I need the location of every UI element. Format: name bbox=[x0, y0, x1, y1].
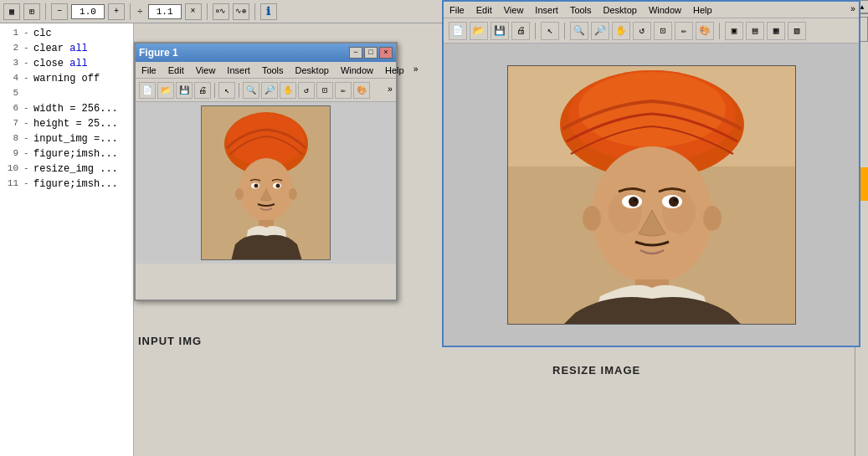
figure2-portrait bbox=[507, 65, 796, 325]
fig1-tb-rotate[interactable]: ↺ bbox=[298, 82, 315, 99]
code-line-1: 1 - clc bbox=[0, 27, 133, 42]
code-panel: 1 - clc 2 - clear all 3 - close all 4 - … bbox=[0, 23, 134, 456]
figure2-menu-file[interactable]: File bbox=[447, 4, 467, 16]
figure1-title: Figure 1 bbox=[139, 47, 178, 59]
figure1-maximize-button[interactable]: □ bbox=[364, 47, 378, 59]
figure1-portrait bbox=[201, 105, 331, 260]
toolbar-icon-2[interactable]: ⊞ bbox=[23, 3, 40, 20]
fig1-tb-new[interactable]: 📄 bbox=[139, 82, 156, 99]
fig1-tb-brush[interactable]: ✏ bbox=[335, 82, 352, 99]
fig2-tb-layout2[interactable]: ▤ bbox=[746, 22, 764, 40]
svg-point-22 bbox=[669, 197, 679, 207]
figure1-minimize-button[interactable]: − bbox=[349, 47, 362, 59]
toolbar-value2[interactable]: 1.1 bbox=[148, 4, 182, 19]
fig2-tb-open[interactable]: 📂 bbox=[470, 22, 488, 40]
figure1-menu-expand[interactable]: » bbox=[413, 65, 419, 74]
fig2-tb-datac[interactable]: ⊡ bbox=[654, 22, 672, 40]
figure2-menu-expand[interactable]: » bbox=[850, 5, 855, 14]
toolbar-minus[interactable]: − bbox=[51, 3, 68, 20]
code-line-5: 5 bbox=[0, 87, 133, 102]
toolbar-close-val[interactable]: × bbox=[185, 3, 202, 20]
fig2-tb-save[interactable]: 💾 bbox=[490, 22, 509, 40]
figure2-label: RESIZE IMAGE bbox=[552, 364, 640, 377]
fig1-tb-colormap[interactable]: 🎨 bbox=[353, 82, 370, 99]
fig2-tb-layout1[interactable]: ▣ bbox=[725, 22, 743, 40]
figure2-menubar: File Edit View Insert Tools Desktop Wind… bbox=[444, 2, 859, 18]
figure2-menu-view[interactable]: View bbox=[501, 4, 526, 16]
figure1-window-buttons: − □ × bbox=[349, 47, 393, 59]
fig2-tb-new[interactable]: 📄 bbox=[449, 22, 467, 40]
code-line-6: 6 - width = 256... bbox=[0, 102, 133, 117]
figure2-window: File Edit View Insert Tools Desktop Wind… bbox=[442, 0, 860, 347]
fig1-tb-print[interactable]: 🖨 bbox=[194, 82, 211, 99]
svg-point-9 bbox=[235, 188, 244, 200]
toolbar-separator-2 bbox=[130, 3, 131, 20]
figure1-menu-window[interactable]: Window bbox=[338, 64, 376, 76]
figure2-menu-help[interactable]: Help bbox=[691, 4, 715, 16]
code-line-11: 11 - figure;imsh... bbox=[0, 177, 133, 192]
toolbar-plus[interactable]: + bbox=[108, 3, 125, 20]
fig2-tb-brush[interactable]: ✏ bbox=[675, 22, 693, 40]
toolbar-separator-1 bbox=[45, 3, 46, 20]
fig2-tb-layout4[interactable]: ▧ bbox=[788, 22, 806, 40]
toolbar-icon-1[interactable]: ▦ bbox=[3, 3, 20, 20]
fig1-tb-open[interactable]: 📂 bbox=[157, 82, 174, 99]
svg-point-15 bbox=[578, 72, 726, 147]
fig2-tb-layout3[interactable]: ▦ bbox=[767, 22, 785, 40]
figure1-menubar: File Edit View Insert Tools Desktop Wind… bbox=[136, 62, 396, 79]
toolbar-script-icon[interactable]: ∝∿ bbox=[213, 3, 229, 20]
figure1-menu-tools[interactable]: Tools bbox=[259, 64, 286, 76]
svg-point-7 bbox=[276, 184, 280, 188]
figure2-menu-tools[interactable]: Tools bbox=[568, 4, 594, 16]
fig2-tb-zoomout[interactable]: 🔎 bbox=[591, 22, 609, 40]
figure1-menu-insert[interactable]: Insert bbox=[224, 64, 253, 76]
toolbar-separator-4 bbox=[254, 3, 255, 20]
code-line-10: 10 - resize_img ... bbox=[0, 162, 133, 177]
code-line-3: 3 - close all bbox=[0, 57, 133, 72]
toolbar-separator-3 bbox=[207, 3, 208, 20]
fig1-tb-cursor[interactable]: ↖ bbox=[218, 82, 235, 99]
figure1-label: INPUT IMG bbox=[138, 335, 202, 347]
figure1-menu-help[interactable]: Help bbox=[383, 64, 407, 76]
toolbar-script-icon2[interactable]: ∿⊕ bbox=[233, 3, 249, 20]
fig1-tb-datac[interactable]: ⊡ bbox=[316, 82, 333, 99]
toolbar-divide: ÷ bbox=[136, 7, 145, 17]
figure1-close-button[interactable]: × bbox=[379, 47, 393, 59]
fig1-toolbar-sep2 bbox=[239, 83, 239, 98]
svg-point-23 bbox=[634, 198, 637, 202]
figure2-menu-insert[interactable]: Insert bbox=[532, 4, 561, 16]
figure2-menu-window[interactable]: Window bbox=[646, 4, 684, 16]
code-line-8: 8 - input_img =... bbox=[0, 132, 133, 147]
fig1-tb-zoomout[interactable]: 🔎 bbox=[261, 82, 278, 99]
fig2-tb-rotate[interactable]: ↺ bbox=[633, 22, 651, 40]
figure1-window: Figure 1 − □ × File Edit View Insert Too… bbox=[134, 42, 398, 301]
fig2-tb-zoomin[interactable]: 🔍 bbox=[570, 22, 588, 40]
fig2-toolbar-sep3 bbox=[719, 23, 720, 39]
fig2-tb-print[interactable]: 🖨 bbox=[511, 22, 530, 40]
figure1-toolbar: 📄 📂 💾 🖨 ↖ 🔍 🔎 ✋ ↺ ⊡ ✏ 🎨 » bbox=[136, 79, 396, 102]
figure1-menu-file[interactable]: File bbox=[139, 64, 159, 76]
fig2-tb-colormap[interactable]: 🎨 bbox=[696, 22, 714, 40]
figure1-menu-edit[interactable]: Edit bbox=[166, 64, 187, 76]
code-line-4: 4 - warning off bbox=[0, 72, 133, 87]
svg-point-27 bbox=[703, 206, 722, 231]
code-line-9: 9 - figure;imsh... bbox=[0, 147, 133, 162]
figure1-content bbox=[136, 102, 396, 264]
figure1-menu-desktop[interactable]: Desktop bbox=[293, 64, 331, 76]
figure2-menu-desktop[interactable]: Desktop bbox=[601, 4, 639, 16]
fig1-toolbar-sep bbox=[214, 83, 215, 98]
fig1-tb-pan[interactable]: ✋ bbox=[280, 82, 296, 99]
fig1-toolbar-expand[interactable]: » bbox=[388, 85, 393, 95]
toolbar-value1[interactable]: 1.0 bbox=[71, 4, 105, 19]
code-line-2: 2 - clear all bbox=[0, 42, 133, 57]
fig1-tb-zoomin[interactable]: 🔍 bbox=[243, 82, 259, 99]
fig2-toolbar-sep2 bbox=[564, 23, 565, 39]
toolbar-info-icon[interactable]: ℹ bbox=[260, 3, 277, 20]
figure2-content bbox=[444, 44, 859, 346]
figure2-menu-edit[interactable]: Edit bbox=[474, 4, 495, 16]
figure1-menu-view[interactable]: View bbox=[193, 64, 218, 76]
fig1-tb-save[interactable]: 💾 bbox=[176, 82, 193, 99]
svg-point-26 bbox=[583, 206, 601, 231]
fig2-tb-pan[interactable]: ✋ bbox=[612, 22, 630, 40]
fig2-tb-cursor[interactable]: ↖ bbox=[541, 22, 559, 40]
